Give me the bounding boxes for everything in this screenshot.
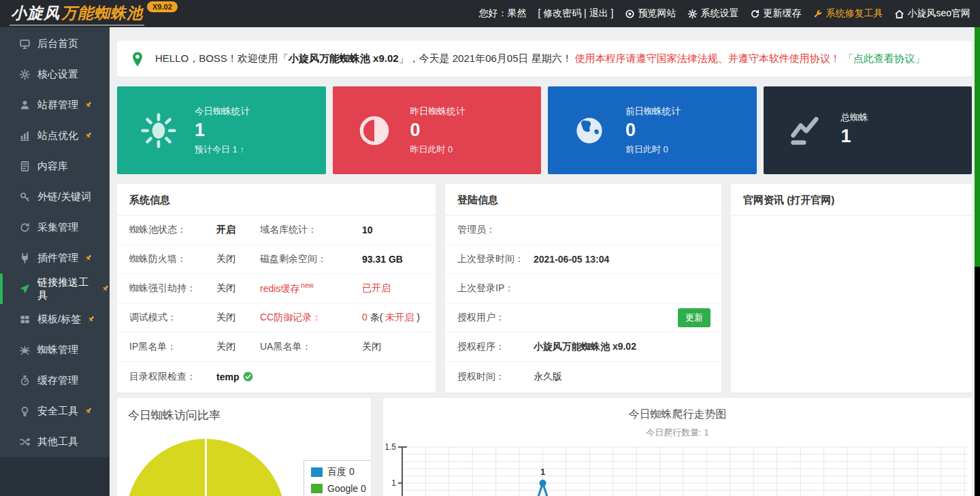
map-pin-icon	[131, 51, 144, 67]
update-auth-button[interactable]: 更新	[678, 308, 710, 327]
sidebar-item-dashboard[interactable]: 后台首页	[0, 29, 110, 59]
stat-value: 0	[410, 120, 466, 141]
info-row: 蜘蛛防火墙：关闭 磁盘剩余空间：93.31 GB	[117, 245, 436, 274]
page-scrollbar[interactable]	[975, 27, 980, 496]
pin-icon	[84, 254, 93, 263]
news-panel-title[interactable]: 官网资讯 (打开官网)	[731, 184, 972, 216]
sidebar-item-other-tools[interactable]: 其他工具	[0, 427, 110, 457]
sidebar-footer	[0, 457, 110, 496]
welcome-banner: HELLO，BOSS！欢迎使用「小旋风万能蜘蛛池 x9.02」，今天是 2021…	[117, 41, 972, 77]
svg-text:1.5: 1.5	[385, 442, 396, 452]
panel-title: 系统信息	[117, 184, 436, 216]
nav-preview-site[interactable]: 预览网站	[625, 7, 676, 20]
info-row: 管理员：	[445, 216, 721, 245]
plug-icon	[19, 252, 31, 264]
sidebar-item-links-keywords[interactable]: 外链/关键词	[0, 182, 110, 212]
sidebar-item-link-push-tools[interactable]: 链接推送工具	[0, 274, 110, 304]
info-row: IP黑名单：关闭 UA黑名单：关闭	[117, 333, 436, 362]
pie-chart-title: 今日蜘蛛访问比率	[117, 398, 371, 423]
info-row: 上次登录IP：	[445, 274, 721, 303]
gear-icon	[687, 9, 698, 19]
scrollbar-thumb[interactable]	[975, 27, 980, 267]
sidebar-item-security-tools[interactable]: 安全工具	[0, 396, 110, 427]
stat-value: 0	[625, 120, 681, 141]
sun-icon	[139, 112, 178, 150]
user-greeting: 您好：果然	[478, 7, 526, 20]
info-row: 调试模式：关闭 CC防御记录： 0 条( 未开启 )	[117, 303, 436, 333]
stat-title: 总蜘蛛	[841, 112, 869, 124]
send-icon	[19, 283, 31, 295]
info-row: 授权用户： 更新	[445, 303, 721, 333]
panel-title: 登陆信息	[445, 184, 721, 216]
stat-title: 今日蜘蛛统计	[195, 105, 250, 118]
info-row: 上次登录时间：2021-06-05 13:04	[445, 245, 721, 274]
login-info-panel: 登陆信息 管理员： 上次登录时间：2021-06-05 13:04 上次登录IP…	[445, 184, 721, 393]
stat-subtitle: 预计今日 1 ↑	[195, 144, 250, 156]
user-icon	[19, 99, 31, 111]
stat-subtitle: 前日此时 0	[625, 144, 681, 156]
preview-icon	[625, 9, 635, 19]
sidebar-item-templates-tags[interactable]: 模板/标签	[0, 304, 110, 335]
pie-legend: 百度 0 Google 0 360蜘蛛 0	[304, 460, 371, 496]
system-info-panel: 系统信息 蜘蛛池状态：开启 域名库统计：10 蜘蛛防火墙：关闭 磁盘剩余空间：9…	[117, 184, 436, 393]
sidebar-item-site-group[interactable]: 站群管理	[0, 90, 110, 120]
sidebar-item-cache-manage[interactable]: 缓存管理	[0, 365, 110, 396]
sidebar-item-content-library[interactable]: 内容库	[0, 151, 110, 182]
info-row: 蜘蛛强引劫持：关闭 redis缓存new 已开启	[117, 274, 436, 303]
sidebar: 后台首页 核心设置 站群管理 站点优化 内容库 外链/关键词 采集管理	[0, 27, 110, 496]
timer-icon	[19, 375, 31, 386]
contrast-icon	[355, 112, 394, 150]
bulb-icon	[19, 406, 31, 417]
sidebar-item-core-settings[interactable]: 核心设置	[0, 59, 110, 90]
grid-icon	[19, 314, 31, 325]
gear-icon	[19, 69, 31, 80]
sidebar-item-collection[interactable]: 采集管理	[0, 212, 110, 243]
info-row: 目录权限检查：temp	[117, 362, 436, 391]
legend-swatch	[311, 467, 323, 477]
nav-official-site[interactable]: 小旋风seo官网	[894, 7, 970, 20]
trend-icon	[785, 112, 825, 150]
info-row: 授权时间：永久版	[445, 362, 721, 391]
banner-warning: 使用本程序请遵守国家法律法规、并遵守本软件使用协议！	[575, 52, 840, 64]
pin-icon	[84, 101, 93, 110]
account-links[interactable]: [ 修改密码 | 退出 ]	[538, 7, 613, 20]
stat-value: 1	[841, 126, 869, 147]
legend-item: 百度 0	[311, 466, 370, 478]
sidebar-item-plugins[interactable]: 插件管理	[0, 243, 110, 274]
check-circle-icon	[243, 371, 253, 382]
stat-subtitle: 昨日此时 0	[410, 144, 466, 156]
legend-item: Google 0	[311, 483, 370, 494]
stat-title: 前日蜘蛛统计	[625, 105, 681, 118]
nav-refresh-cache[interactable]: 更新缓存	[750, 7, 801, 20]
banner-text: HELLO，BOSS！欢迎使用「小旋风万能蜘蛛池 x9.02」，今天是 2021…	[155, 52, 925, 65]
nav-system-settings[interactable]: 系统设置	[687, 7, 738, 20]
stat-card-today: 今日蜘蛛统计 1 预计今日 1 ↑	[117, 86, 326, 174]
news-panel: 官网资讯 (打开官网)	[731, 184, 972, 393]
key-icon	[19, 191, 31, 203]
agreement-link[interactable]: 「点此查看协议」	[843, 52, 925, 64]
new-badge: new	[301, 282, 313, 289]
info-row: 蜘蛛池状态：开启 域名库统计：10	[117, 216, 436, 245]
monitor-icon	[19, 38, 31, 50]
shuffle-icon	[19, 436, 31, 448]
sidebar-item-spider-manage[interactable]: 蜘蛛管理	[0, 335, 110, 365]
stat-card-total: 总蜘蛛 1	[764, 86, 973, 174]
info-row: 授权程序：小旋风万能蜘蛛池 x9.02	[445, 333, 721, 362]
logo-part2: 万能蜘蛛池	[61, 4, 143, 22]
legend-swatch	[311, 484, 323, 493]
spider-trend-panel: 今日蜘蛛爬行走势图 今日爬行数量: 1 11.51	[383, 398, 972, 496]
app-logo: 小旋风万能蜘蛛池 X9.02	[10, 1, 178, 26]
document-icon	[19, 161, 31, 172]
home-icon	[894, 9, 904, 19]
svg-text:1: 1	[391, 478, 396, 488]
refresh-icon	[19, 222, 31, 233]
refresh-icon	[750, 9, 760, 19]
stat-card-yesterday: 昨日蜘蛛统计 0 昨日此时 0	[333, 86, 542, 174]
globe-icon	[570, 112, 609, 150]
pie-slice-divider	[205, 439, 207, 496]
nav-repair-tools[interactable]: 系统修复工具	[813, 7, 883, 20]
program-name: 小旋风万能蜘蛛池 x9.02	[289, 52, 399, 64]
line-chart: 11.51	[383, 442, 968, 496]
stat-title: 昨日蜘蛛统计	[410, 105, 466, 118]
sidebar-item-site-optimize[interactable]: 站点优化	[0, 120, 110, 151]
